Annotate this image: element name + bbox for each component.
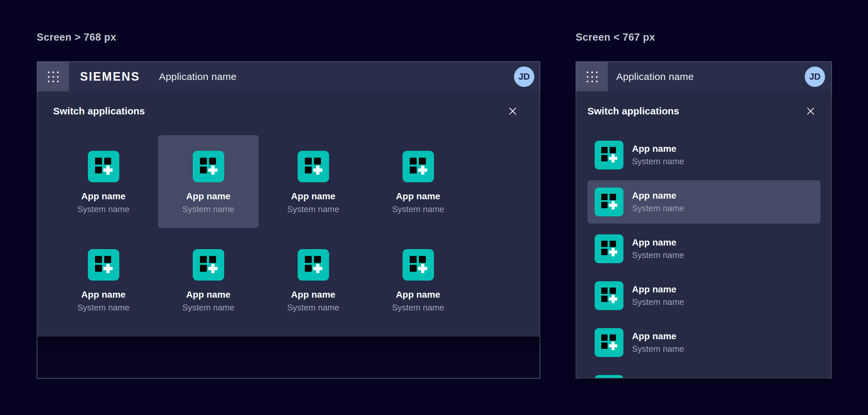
system-name: System name <box>78 204 129 214</box>
system-name: System name <box>392 303 444 313</box>
system-name: System name <box>182 303 235 313</box>
app-squares-plus-icon <box>88 249 119 281</box>
app-list-item[interactable]: App name System name <box>587 321 820 364</box>
app-name: App name <box>81 191 126 201</box>
app-squares-plus-icon <box>595 328 623 357</box>
app-name: App name <box>632 284 684 295</box>
user-avatar[interactable]: JD <box>514 67 534 87</box>
app-text-block: App name System name <box>632 331 684 354</box>
app-list-item[interactable]: App name System name <box>587 368 820 378</box>
system-name: System name <box>182 204 235 214</box>
close-x-icon <box>806 107 815 116</box>
system-name: System name <box>632 203 684 214</box>
close-button[interactable] <box>506 104 519 118</box>
app-launcher-button[interactable] <box>37 62 69 92</box>
app-name: App name <box>186 289 230 300</box>
app-tile[interactable]: App name System name <box>368 233 468 326</box>
app-squares-plus-icon <box>88 151 119 182</box>
app-squares-plus-icon <box>403 249 434 281</box>
app-launcher-button[interactable] <box>576 62 608 92</box>
system-name: System name <box>632 157 684 166</box>
app-list-item[interactable]: App name System name <box>587 227 820 270</box>
app-text-block: App name System name <box>632 143 684 166</box>
design-canvas: Screen > 768 px Screen < 767 px SIEMENS … <box>0 0 868 415</box>
app-text-block: App name System name <box>632 190 684 213</box>
system-name: System name <box>632 297 684 307</box>
siemens-logo: SIEMENS <box>80 70 140 84</box>
system-name: System name <box>78 303 129 313</box>
app-name: App name <box>291 289 335 300</box>
app-tile[interactable]: App name System name <box>53 135 154 228</box>
panel-header: Switch applications <box>587 92 820 118</box>
app-tile[interactable]: App name System name <box>263 233 364 326</box>
mobile-header: Application name JD <box>576 62 831 92</box>
system-name: System name <box>632 344 684 354</box>
app-tile[interactable]: App name System name <box>158 233 259 326</box>
desktop-breakpoint-label: Screen > 768 px <box>37 31 116 43</box>
app-tile[interactable]: App name System name <box>263 135 364 228</box>
close-x-icon <box>508 107 517 116</box>
desktop-app-window: SIEMENS Application name JD Switch appli… <box>37 61 540 379</box>
app-name: App name <box>632 143 684 154</box>
app-squares-plus-icon <box>193 151 224 182</box>
app-squares-plus-icon <box>595 234 623 263</box>
system-name: System name <box>287 303 339 313</box>
desktop-header: SIEMENS Application name JD <box>37 62 539 92</box>
app-tile[interactable]: App name System name <box>158 135 259 228</box>
app-list: App name System name App name System nam… <box>587 133 820 378</box>
app-list-item[interactable]: App name System name <box>587 133 820 177</box>
app-list-item[interactable]: App name System name <box>587 274 820 317</box>
app-squares-plus-icon <box>595 188 623 216</box>
app-tile-grid: App name System name App name System nam… <box>53 135 524 326</box>
mobile-switch-panel: Switch applications App name System name <box>576 92 831 378</box>
app-name: App name <box>632 331 684 342</box>
app-name: App name <box>291 191 335 201</box>
panel-title: Switch applications <box>587 105 679 117</box>
app-text-block: App name System name <box>632 237 684 260</box>
app-squares-plus-icon <box>193 249 224 281</box>
desktop-switch-panel: Switch applications App name System name <box>37 92 539 337</box>
app-name: App name <box>396 289 440 300</box>
app-list-item[interactable]: App name System name <box>587 180 820 224</box>
app-squares-plus-icon <box>595 281 623 310</box>
app-squares-plus-icon <box>595 140 623 169</box>
app-squares-plus-icon <box>298 151 329 182</box>
application-name-title: Application name <box>616 71 694 82</box>
app-name: App name <box>632 190 684 201</box>
app-tile[interactable]: App name System name <box>53 233 154 326</box>
app-name: App name <box>632 237 684 248</box>
panel-header: Switch applications <box>53 92 524 118</box>
desktop-content-area <box>37 337 539 378</box>
mobile-breakpoint-label: Screen < 767 px <box>576 31 655 43</box>
app-tile[interactable]: App name System name <box>368 135 468 228</box>
mobile-app-window: Application name JD Switch applications <box>576 61 832 379</box>
app-name: App name <box>81 289 126 300</box>
panel-title: Switch applications <box>53 105 145 117</box>
app-name: App name <box>186 191 230 201</box>
app-squares-plus-icon <box>595 375 623 378</box>
grid-dots-icon <box>587 71 597 82</box>
system-name: System name <box>392 204 444 214</box>
system-name: System name <box>632 250 684 260</box>
app-squares-plus-icon <box>403 151 434 182</box>
app-name: App name <box>396 191 440 201</box>
system-name: System name <box>287 204 339 214</box>
close-button[interactable] <box>804 104 817 118</box>
app-text-block: App name System name <box>632 284 684 307</box>
grid-dots-icon <box>48 71 59 82</box>
application-name-title: Application name <box>159 71 237 82</box>
app-squares-plus-icon <box>298 249 329 281</box>
user-avatar[interactable]: JD <box>805 67 825 87</box>
